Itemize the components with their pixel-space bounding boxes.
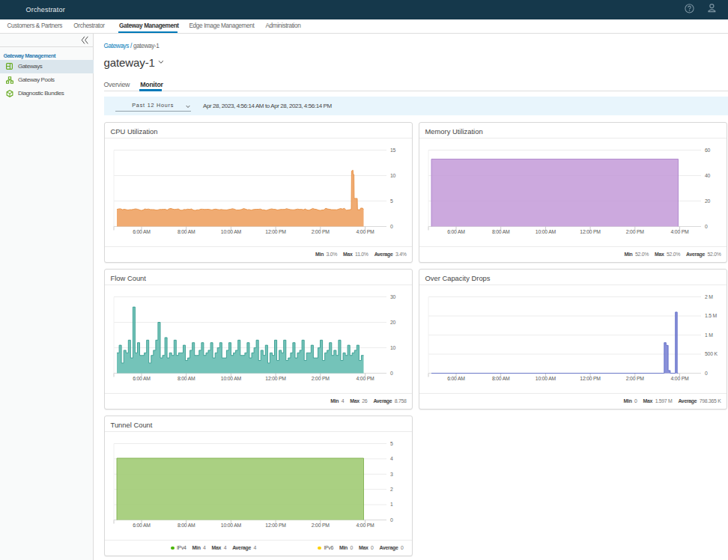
svg-text:6:00 AM: 6:00 AM bbox=[133, 523, 151, 528]
svg-text:10:00 AM: 10:00 AM bbox=[536, 229, 556, 234]
svg-text:12:00 PM: 12:00 PM bbox=[580, 229, 601, 234]
svg-text:60: 60 bbox=[705, 147, 711, 153]
svg-text:30: 30 bbox=[390, 294, 396, 299]
svg-text:4:00 PM: 4:00 PM bbox=[357, 229, 374, 234]
svg-text:8:00 AM: 8:00 AM bbox=[178, 229, 195, 234]
svg-text:3: 3 bbox=[390, 472, 393, 477]
svg-text:10:00 AM: 10:00 AM bbox=[221, 376, 242, 381]
svg-text:40: 40 bbox=[705, 173, 711, 178]
svg-text:10:00 AM: 10:00 AM bbox=[221, 229, 242, 234]
svg-text:12:00 PM: 12:00 PM bbox=[265, 523, 286, 528]
svg-text:5: 5 bbox=[390, 441, 393, 446]
svg-text:0: 0 bbox=[390, 224, 393, 229]
svg-text:10: 10 bbox=[390, 345, 396, 350]
svg-text:0: 0 bbox=[705, 224, 708, 229]
svg-text:6:00 AM: 6:00 AM bbox=[133, 376, 151, 381]
svg-text:2: 2 bbox=[390, 487, 393, 492]
svg-text:10: 10 bbox=[390, 173, 396, 178]
svg-text:0: 0 bbox=[390, 371, 393, 376]
svg-text:1 M: 1 M bbox=[705, 332, 713, 338]
svg-text:4:00 PM: 4:00 PM bbox=[357, 376, 374, 381]
svg-text:2:00 PM: 2:00 PM bbox=[626, 376, 644, 381]
svg-text:12:00 PM: 12:00 PM bbox=[265, 229, 286, 234]
svg-text:0: 0 bbox=[705, 371, 708, 376]
svg-text:6:00 AM: 6:00 AM bbox=[447, 376, 465, 381]
svg-text:8:00 AM: 8:00 AM bbox=[492, 376, 510, 381]
svg-text:2 M: 2 M bbox=[705, 294, 713, 299]
svg-text:20: 20 bbox=[390, 320, 396, 325]
svg-text:6:00 AM: 6:00 AM bbox=[447, 229, 465, 234]
svg-text:10:00 AM: 10:00 AM bbox=[221, 523, 242, 528]
svg-text:4:00 PM: 4:00 PM bbox=[671, 376, 689, 381]
svg-text:4:00 PM: 4:00 PM bbox=[671, 229, 689, 234]
svg-text:8:00 AM: 8:00 AM bbox=[178, 376, 195, 381]
svg-text:2:00 PM: 2:00 PM bbox=[312, 376, 330, 381]
svg-text:8:00 AM: 8:00 AM bbox=[178, 523, 195, 528]
svg-text:500 K: 500 K bbox=[705, 351, 718, 356]
svg-text:10:00 AM: 10:00 AM bbox=[536, 376, 556, 381]
svg-text:1.5 M: 1.5 M bbox=[705, 313, 718, 318]
svg-text:4: 4 bbox=[390, 456, 393, 461]
svg-text:5: 5 bbox=[390, 198, 393, 204]
svg-text:0: 0 bbox=[390, 517, 393, 523]
svg-text:2:00 PM: 2:00 PM bbox=[626, 229, 644, 234]
svg-text:12:00 PM: 12:00 PM bbox=[580, 376, 601, 381]
svg-text:8:00 AM: 8:00 AM bbox=[492, 229, 510, 234]
svg-text:12:00 PM: 12:00 PM bbox=[265, 376, 286, 381]
svg-text:6:00 AM: 6:00 AM bbox=[133, 229, 151, 234]
svg-text:20: 20 bbox=[705, 198, 711, 204]
svg-text:1: 1 bbox=[390, 502, 393, 507]
svg-text:2:00 PM: 2:00 PM bbox=[312, 229, 330, 234]
svg-text:4:00 PM: 4:00 PM bbox=[357, 523, 374, 528]
svg-text:2:00 PM: 2:00 PM bbox=[312, 523, 330, 528]
svg-text:15: 15 bbox=[390, 147, 396, 153]
